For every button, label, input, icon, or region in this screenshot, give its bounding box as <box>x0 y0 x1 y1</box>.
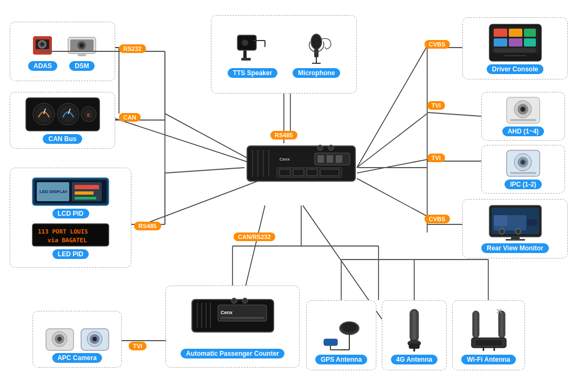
svg-rect-53 <box>314 49 318 57</box>
svg-point-100 <box>515 229 521 234</box>
audio-box: TTS Speaker Microphone <box>211 15 357 94</box>
svg-text:Cenx: Cenx <box>221 310 233 315</box>
driver-console-label: Driver Console <box>487 64 543 74</box>
ipc-icon <box>506 149 541 177</box>
svg-point-65 <box>317 145 323 150</box>
adas-dsm-box: ADAS DSM <box>10 22 115 81</box>
svg-rect-77 <box>524 29 536 37</box>
svg-line-8 <box>357 46 427 168</box>
svg-line-5 <box>108 116 265 168</box>
svg-point-49 <box>242 39 248 46</box>
svg-rect-130 <box>413 311 416 340</box>
lcd-pid-device: LED DISPLAY LCD PID <box>31 177 110 218</box>
ipc-label: IPC (1-2) <box>505 180 542 189</box>
4g-antenna-box: 4G Antenna <box>382 300 447 370</box>
ahd-icon <box>506 96 541 124</box>
svg-line-9 <box>357 114 427 168</box>
gps-antenna-label: GPS Antenna <box>315 355 367 364</box>
apc-camera2-icon <box>80 324 110 354</box>
driver-console-icon <box>488 23 542 62</box>
svg-point-52 <box>311 34 322 49</box>
svg-rect-79 <box>509 38 522 46</box>
svg-text:E: E <box>87 112 90 118</box>
dsm-label: DSM <box>69 61 95 71</box>
svg-rect-69 <box>293 169 304 176</box>
svg-rect-64 <box>336 155 342 163</box>
adas-icon <box>30 32 55 59</box>
can-bus-box: E CAN Bus <box>10 92 115 149</box>
apc-box: Cenx Automatic Passenger Counter <box>165 285 300 368</box>
ahd-label: AHD (1~4) <box>502 127 545 136</box>
microphone-icon <box>299 31 334 66</box>
tts-speaker-icon <box>235 31 270 66</box>
svg-rect-71 <box>320 169 339 176</box>
svg-point-111 <box>92 337 97 341</box>
svg-rect-24 <box>78 54 86 56</box>
lcd-pid-label: LCD PID <box>52 209 89 218</box>
rear-view-icon <box>488 204 542 241</box>
can-rs232-badge: CAN/RS232 <box>234 231 275 241</box>
svg-rect-81 <box>494 48 536 52</box>
microphone-label: Microphone <box>293 68 340 78</box>
svg-text:LED DISPLAY: LED DISPLAY <box>39 189 68 194</box>
system-diagram: ADAS DSM RS232 <box>0 0 584 392</box>
svg-point-93 <box>522 161 524 163</box>
svg-text:113  PORT  LOUIS: 113 PORT LOUIS <box>38 228 88 235</box>
svg-rect-88 <box>510 119 536 121</box>
rs232-badge: RS232 <box>119 43 146 53</box>
tvi-top-badge: TVI <box>427 100 445 110</box>
4g-antenna-icon <box>398 307 430 353</box>
apc-camera-box: APC Camera <box>32 311 122 368</box>
svg-rect-122 <box>324 339 337 346</box>
svg-point-66 <box>328 145 334 150</box>
4g-antenna-label: 4G Antenna <box>391 355 438 364</box>
can-bus-label: CAN Bus <box>43 134 82 144</box>
svg-rect-94 <box>510 172 536 174</box>
apc-camera-label: APC Camera <box>52 353 102 363</box>
dvr-unit: Cenx <box>244 143 358 208</box>
svg-line-11 <box>357 178 427 216</box>
svg-line-155 <box>427 112 481 116</box>
tvi-mid-badge: TVI <box>427 152 445 162</box>
ipc-box: IPC (1-2) <box>481 145 565 194</box>
svg-rect-68 <box>280 169 290 176</box>
svg-point-99 <box>499 229 505 234</box>
svg-rect-41 <box>75 191 94 195</box>
gps-antenna-icon <box>320 307 363 353</box>
can-badge: CAN <box>119 112 141 122</box>
svg-rect-132 <box>409 343 420 349</box>
svg-rect-48 <box>241 58 251 61</box>
tts-speaker-device: TTS Speaker <box>228 31 278 78</box>
svg-rect-135 <box>475 312 477 337</box>
apc-camera1-icon <box>45 324 75 354</box>
svg-rect-19 <box>40 49 45 52</box>
adas-label: ADAS <box>28 61 57 71</box>
cvbs-bot-badge: CVBS <box>424 214 450 223</box>
dsm-device: DSM <box>67 32 97 71</box>
wifi-antenna-label: Wi-Fi Antenna <box>461 355 515 364</box>
led-pid-device: 113 PORT LOUIS via BAGATEL LED PID <box>31 223 110 259</box>
svg-rect-121 <box>221 317 264 319</box>
svg-rect-139 <box>476 340 502 346</box>
wifi-antenna-box: Wi-Fi Antenna <box>452 300 525 370</box>
svg-point-118 <box>231 298 237 303</box>
svg-rect-75 <box>494 29 507 37</box>
led-pid-icon: 113 PORT LOUIS via BAGATEL <box>31 223 110 247</box>
svg-rect-70 <box>307 169 317 176</box>
svg-rect-40 <box>75 185 99 189</box>
ahd-box: AHD (1~4) <box>481 92 565 141</box>
pid-box: LED DISPLAY LCD PID 113 PORT LOUIS via B… <box>10 168 131 268</box>
rear-view-label: Rear View Monitor <box>481 243 548 253</box>
svg-point-18 <box>41 43 44 46</box>
svg-rect-42 <box>75 197 96 200</box>
svg-text:Cenx: Cenx <box>280 157 290 162</box>
svg-rect-98 <box>494 215 507 226</box>
svg-point-126 <box>342 322 357 332</box>
svg-point-119 <box>242 298 248 303</box>
svg-rect-62 <box>317 155 324 163</box>
can-bus-icon: E <box>25 97 101 132</box>
tts-speaker-label: TTS Speaker <box>228 68 278 78</box>
cvbs-top-badge: CVBS <box>424 39 450 49</box>
lcd-pid-icon: LED DISPLAY <box>31 177 110 207</box>
svg-point-107 <box>57 337 62 341</box>
